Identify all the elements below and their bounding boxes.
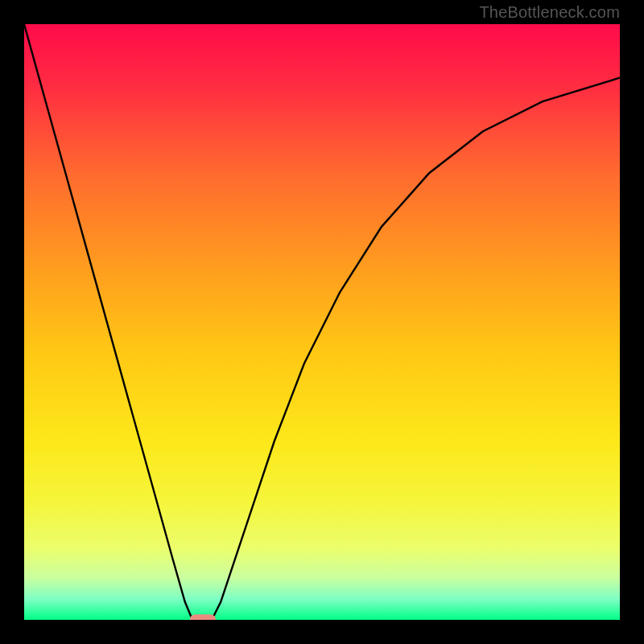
chart-frame xyxy=(24,24,620,620)
watermark-label: TheBottleneck.com xyxy=(479,3,620,22)
gradient-background xyxy=(24,24,620,620)
bottleneck-marker xyxy=(190,614,217,620)
bottleneck-chart xyxy=(24,24,620,620)
